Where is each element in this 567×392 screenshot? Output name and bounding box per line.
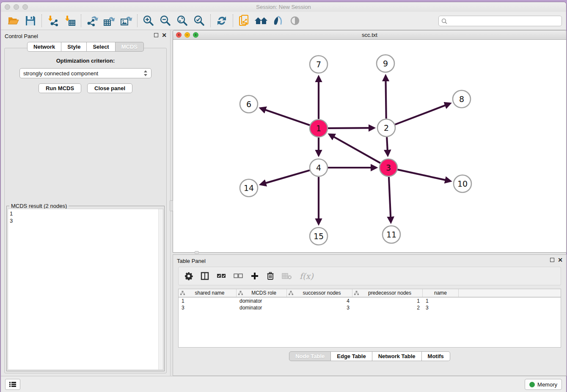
graph-edge-4-14[interactable]: [261, 170, 310, 184]
close-panel-icon[interactable]: ✕: [162, 33, 167, 37]
graph-node-10[interactable]: 10: [454, 175, 471, 193]
network-window-titlebar[interactable]: × − + scc.txt: [173, 30, 566, 40]
graph-edge-2-8[interactable]: [395, 104, 450, 124]
fx-label: f(x): [300, 271, 314, 281]
float-panel-icon[interactable]: [154, 33, 158, 37]
graph-node-4[interactable]: 4: [310, 159, 328, 177]
table-cell[interactable]: 4: [287, 298, 352, 304]
table-options-gear-icon[interactable]: [184, 272, 193, 280]
graph-node-11[interactable]: 11: [383, 226, 400, 243]
table-cell[interactable]: 3: [423, 304, 459, 311]
export-table-icon[interactable]: [101, 14, 118, 28]
memory-button[interactable]: Memory: [525, 379, 562, 390]
table-cell[interactable]: 2: [352, 304, 423, 311]
graph-node-14[interactable]: 14: [240, 179, 258, 197]
memory-status-icon: [529, 382, 535, 387]
select-all-icon[interactable]: [217, 273, 226, 279]
graph-node-6[interactable]: 6: [240, 96, 258, 113]
zoom-in-icon[interactable]: [140, 14, 157, 28]
table-row[interactable]: 3dominator323: [179, 304, 561, 311]
deselect-all-icon[interactable]: [234, 273, 243, 279]
graph-node-9[interactable]: 9: [377, 55, 394, 72]
graph-edge-3-10[interactable]: [397, 170, 450, 181]
zoom-fit-icon[interactable]: [174, 14, 191, 28]
apply-style-icon[interactable]: [270, 14, 286, 28]
create-column-icon[interactable]: [250, 272, 259, 280]
svg-text:10: 10: [457, 179, 468, 188]
graph-edge-2-3[interactable]: [387, 137, 388, 155]
graph-node-8[interactable]: 8: [453, 91, 471, 108]
network-window-title: scc.txt: [173, 32, 566, 38]
graph-node-15[interactable]: 15: [310, 228, 328, 245]
attribute-tree-icon: [289, 291, 293, 295]
table-cell[interactable]: dominator: [237, 304, 287, 311]
refresh-layout-icon[interactable]: [213, 14, 230, 28]
titlebar: Session: New Session: [1, 2, 566, 12]
graph-node-2[interactable]: 2: [377, 119, 395, 137]
attribute-tree-icon: [180, 291, 185, 295]
show-columns-icon[interactable]: [201, 272, 209, 280]
function-builder-icon: f(x): [300, 271, 314, 281]
mcds-result-list[interactable]: 13: [8, 209, 163, 370]
graph-node-3[interactable]: 3: [380, 159, 397, 177]
table-cell[interactable]: dominator: [237, 298, 287, 304]
tab-node-table[interactable]: Node Table: [289, 351, 331, 361]
combo-arrows-icon: [143, 70, 148, 77]
import-network-icon[interactable]: [44, 14, 61, 28]
vertical-splitter-handle[interactable]: [170, 200, 173, 211]
graph-edge-1-2[interactable]: [328, 128, 374, 128]
table-cell[interactable]: 3: [179, 304, 237, 311]
tab-edge-table[interactable]: Edge Table: [331, 351, 372, 361]
memory-label: Memory: [537, 381, 557, 388]
result-scrollbar[interactable]: [158, 209, 163, 370]
tab-network[interactable]: Network: [27, 42, 61, 52]
column-header-successor-nodes[interactable]: successor nodes: [287, 289, 352, 297]
export-image-icon[interactable]: [118, 14, 135, 28]
graph-edge-3-11[interactable]: [389, 177, 391, 222]
search-box[interactable]: [438, 16, 562, 26]
column-header-shared-name[interactable]: shared name: [179, 289, 237, 297]
zoom-out-icon[interactable]: [157, 14, 174, 28]
network-canvas[interactable]: 7968124314101511: [173, 40, 566, 252]
first-neighbors-icon[interactable]: [253, 14, 270, 28]
graph-edge-3-1[interactable]: [330, 135, 380, 163]
attribute-tree-icon: [354, 291, 359, 295]
table-cell[interactable]: 3: [287, 304, 352, 311]
tab-select[interactable]: Select: [87, 42, 115, 52]
horizontal-splitter-handle[interactable]: [195, 251, 199, 254]
clone-network-icon[interactable]: [236, 14, 253, 28]
graph-edge-2-9[interactable]: [385, 76, 386, 119]
node-table[interactable]: shared nameMCDS rolesuccessor nodesprede…: [178, 289, 561, 348]
tab-style[interactable]: Style: [61, 42, 87, 52]
column-header-name[interactable]: name: [423, 289, 459, 297]
zoom-selected-icon[interactable]: [191, 14, 208, 28]
close-panel-button[interactable]: Close panel: [87, 83, 132, 93]
window-title: Session: New Session: [1, 4, 566, 10]
app-window: Session: New Session: [1, 2, 566, 392]
table-row[interactable]: 1dominator411: [179, 298, 561, 304]
show-hide-preview-icon[interactable]: [286, 14, 303, 28]
tab-mcds[interactable]: MCDS: [116, 42, 144, 52]
table-cell[interactable]: 1: [352, 298, 423, 304]
column-header-MCDS-role[interactable]: MCDS role: [237, 289, 287, 297]
tab-network-table[interactable]: Network Table: [372, 351, 422, 361]
graph-edge-1-6[interactable]: [261, 108, 310, 125]
delete-column-icon[interactable]: [267, 272, 274, 280]
tab-motifs[interactable]: Motifs: [422, 351, 450, 361]
optimization-criterion-select[interactable]: strongly connected component: [19, 68, 151, 78]
open-session-icon[interactable]: [5, 14, 22, 28]
task-history-button[interactable]: [5, 379, 20, 390]
table-cell[interactable]: 1: [423, 298, 459, 304]
graph-node-1[interactable]: 1: [310, 120, 328, 137]
column-header-predecessor-nodes[interactable]: predecessor nodes: [352, 289, 423, 297]
table-cell[interactable]: 1: [179, 298, 237, 304]
node-table-header: shared nameMCDS rolesuccessor nodesprede…: [179, 289, 561, 298]
search-input[interactable]: [449, 18, 559, 24]
export-network-icon[interactable]: [84, 14, 101, 28]
float-table-panel-icon[interactable]: [550, 258, 554, 262]
import-table-icon[interactable]: [61, 14, 78, 28]
close-table-panel-icon[interactable]: ✕: [558, 258, 563, 262]
graph-node-7[interactable]: 7: [310, 56, 328, 73]
save-session-icon[interactable]: [22, 14, 39, 28]
run-mcds-button[interactable]: Run MCDS: [39, 83, 81, 93]
